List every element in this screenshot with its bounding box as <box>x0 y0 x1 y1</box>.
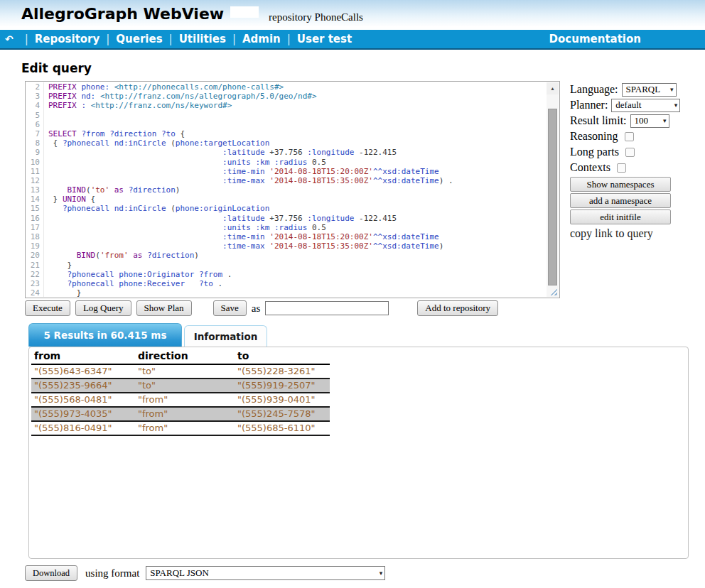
download-button[interactable]: Download <box>25 565 77 581</box>
sidebar-button-add-a-namespace[interactable]: add a namespace <box>570 193 671 208</box>
cell-to[interactable]: "(555)245-7578" <box>235 407 330 421</box>
table-body: "(555)643-6347""to""(555)228-3261""(555)… <box>31 364 330 435</box>
cell-direction[interactable]: "from" <box>135 407 235 421</box>
blank-patch <box>230 6 259 18</box>
nav-item-admin[interactable]: Admin <box>242 33 281 45</box>
line-number: 11 <box>26 167 44 176</box>
column-header-from: from <box>31 349 135 364</box>
tab-information[interactable]: Information <box>184 325 267 347</box>
cell-from[interactable]: "(555)568-0481" <box>31 393 135 407</box>
cell-from[interactable]: "(555)235-9664" <box>31 379 135 393</box>
code-line[interactable]: { ?phonecall nd:inCircle (phone:targetLo… <box>44 138 269 148</box>
table-row[interactable]: "(555)235-9664""to""(555)919-2507" <box>31 379 330 393</box>
code-line[interactable]: ?phonecall nd:inCircle (phone:originLoca… <box>44 204 269 213</box>
nav-item-queries[interactable]: Queries <box>116 33 162 45</box>
planner-select[interactable]: default ▾ <box>611 99 680 112</box>
scrollbar-up-button[interactable]: ▲ <box>547 82 559 94</box>
table-row[interactable]: "(555)568-0481""from""(555)939-0401" <box>31 393 330 407</box>
code-line[interactable] <box>44 111 48 120</box>
show-plan-button[interactable]: Show Plan <box>136 300 192 316</box>
nav-separator: | <box>287 33 291 45</box>
nav-separator: | <box>106 33 109 45</box>
code-line[interactable]: :time-min '2014-08-18T15:20:00Z'^^xsd:da… <box>44 167 439 176</box>
save-name-input[interactable] <box>265 301 389 315</box>
nav-item-utilities[interactable]: Utilities <box>179 33 226 45</box>
line-number: 23 <box>26 279 44 288</box>
log-query-button[interactable]: Log Query <box>75 300 131 316</box>
cell-from[interactable]: "(555)643-6347" <box>31 364 135 379</box>
query-toolbar: Execute Log Query Show Plan Save as Add … <box>25 300 705 317</box>
format-select[interactable]: SPARQL JSON ▾ <box>146 566 385 580</box>
sidebar-button-edit-initfile[interactable]: edit initfile <box>570 209 671 224</box>
code-line[interactable] <box>44 120 48 129</box>
scrollbar-thumb[interactable] <box>548 109 557 285</box>
code-line[interactable]: ?phonecall phone:Receiver ?to . <box>44 279 222 288</box>
code-line[interactable]: } <box>44 288 81 297</box>
code-line[interactable]: PREFIX : <http://franz.com/ns/keyword#> <box>44 101 232 110</box>
long-parts-label: Long parts <box>570 146 619 158</box>
query-editor[interactable]: 2PREFIX phone: <http://phonecalls.com/ph… <box>25 81 560 298</box>
table-row[interactable]: "(555)816-0491""from""(555)685-6110" <box>31 421 330 435</box>
line-number: 2 <box>26 82 44 92</box>
nav-separator: | <box>169 33 173 45</box>
cell-from[interactable]: "(555)973-4035" <box>31 407 135 421</box>
code-line[interactable]: :latitude +37.756 :longitude -122.415 <box>44 148 397 157</box>
nav-links: Repository|Queries|Utilities|Admin|User … <box>35 33 352 45</box>
long-parts-checkbox[interactable] <box>625 148 635 157</box>
line-number: 4 <box>26 101 44 110</box>
nav-item-repository[interactable]: Repository <box>35 33 100 45</box>
code-line[interactable]: :units :km :radius 0.5 <box>44 223 326 232</box>
nav-separator: | <box>25 33 28 45</box>
code-line[interactable]: PREFIX phone: <http://phonecalls.com/pho… <box>44 82 284 92</box>
line-number: 3 <box>26 92 44 101</box>
execute-button[interactable]: Execute <box>25 300 70 316</box>
result-limit-select[interactable]: 100 ▾ <box>630 114 669 128</box>
code-line[interactable]: ?phonecall phone:Originator ?from . <box>44 270 232 279</box>
resize-grip-icon[interactable] <box>549 287 557 295</box>
code-line[interactable]: :latitude +37.756 :longitude -122.415 <box>44 214 397 223</box>
cell-direction[interactable]: "to" <box>135 364 235 379</box>
dropdown-arrow-icon: ▾ <box>674 102 678 109</box>
line-number: 15 <box>26 204 44 213</box>
code-line[interactable]: :time-max '2014-08-18T15:35:00Z'^^xsd:da… <box>44 241 443 251</box>
language-label: Language: <box>570 83 618 96</box>
tab-results[interactable]: 5 Results in 60.415 ms <box>28 323 182 347</box>
code-line[interactable]: BIND('to' as ?direction) <box>44 185 180 195</box>
code-line[interactable]: } <box>44 261 72 270</box>
cell-to[interactable]: "(555)228-3261" <box>235 364 330 379</box>
format-value: SPARQL JSON <box>150 567 209 579</box>
cell-from[interactable]: "(555)816-0491" <box>31 421 135 435</box>
cell-to[interactable]: "(555)685-6110" <box>235 421 330 435</box>
code-line[interactable]: SELECT ?from ?direction ?to { <box>44 129 185 138</box>
code-line[interactable]: :time-max '2014-08-18T15:35:00Z'^^xsd:da… <box>44 176 453 185</box>
language-value: SPARQL <box>626 84 661 95</box>
code-line[interactable]: } UNION { <box>44 195 95 204</box>
line-number: 13 <box>26 185 44 195</box>
cell-direction[interactable]: "to" <box>135 379 235 393</box>
code-line[interactable]: BIND('from' as ?direction) <box>44 251 199 260</box>
nav-item-user-test[interactable]: User test <box>297 33 352 45</box>
planner-value: default <box>615 99 641 111</box>
contexts-checkbox[interactable] <box>617 163 626 173</box>
code-editor-lines[interactable]: 2PREFIX phone: <http://phonecalls.com/ph… <box>26 82 547 297</box>
copy-link-to-query[interactable]: copy link to query <box>570 227 705 240</box>
language-select[interactable]: SPARQL ▾ <box>622 83 677 97</box>
cell-direction[interactable]: "from" <box>135 421 235 435</box>
cell-direction[interactable]: "from" <box>135 393 235 407</box>
table-row[interactable]: "(555)643-6347""to""(555)228-3261" <box>31 364 330 379</box>
code-line[interactable]: :units :km :radius 0.5 <box>44 158 326 167</box>
code-line[interactable]: :time-min '2014-08-18T15:20:00Z'^^xsd:da… <box>44 232 439 241</box>
nav-item-documentation[interactable]: Documentation <box>549 33 641 45</box>
save-button[interactable]: Save <box>213 300 247 316</box>
editor-scrollbar[interactable]: ▲ <box>547 82 559 297</box>
line-number: 5 <box>26 111 44 120</box>
column-header-direction: direction <box>135 349 235 364</box>
reasoning-checkbox[interactable] <box>625 132 634 141</box>
table-row[interactable]: "(555)973-4035""from""(555)245-7578" <box>31 407 330 421</box>
cell-to[interactable]: "(555)919-2507" <box>235 379 330 393</box>
sidebar-button-show-namespaces[interactable]: Show namespaces <box>570 177 671 192</box>
cell-to[interactable]: "(555)939-0401" <box>235 393 330 407</box>
back-icon[interactable]: ↶ <box>5 33 14 45</box>
add-to-repository-button[interactable]: Add to repository <box>417 300 498 316</box>
code-line[interactable]: PREFIX nd: <http://franz.com/ns/allegrog… <box>44 92 317 101</box>
